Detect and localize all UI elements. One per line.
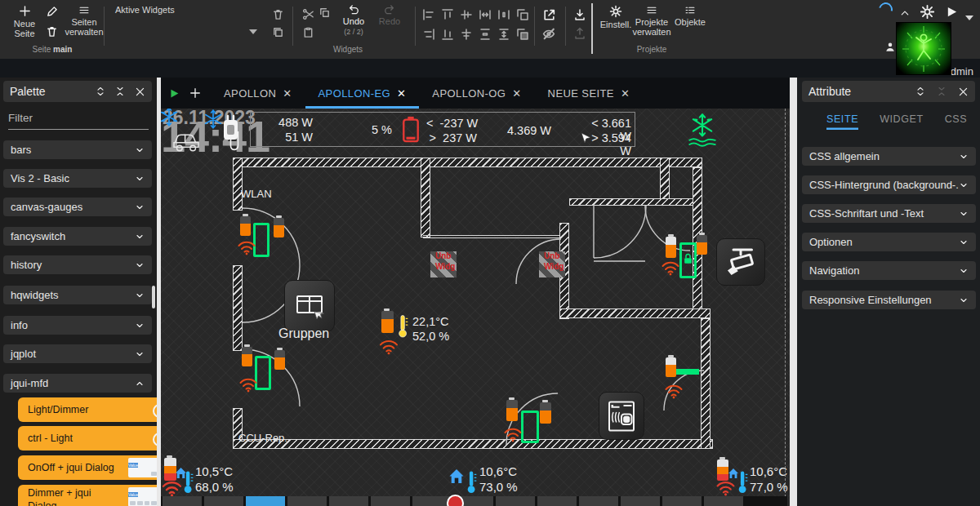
widget-select-caret[interactable] xyxy=(249,23,257,38)
unfold-icon[interactable] xyxy=(96,86,105,97)
user-button[interactable] xyxy=(884,41,896,56)
battery-widget[interactable] xyxy=(506,400,518,421)
close-tab-icon[interactable]: ✕ xyxy=(621,87,630,100)
send-to-back-button[interactable] xyxy=(516,28,529,44)
tab-seite[interactable]: SEITE xyxy=(826,113,858,130)
tab-css[interactable]: CSS xyxy=(945,113,968,130)
bottom-nav-segment[interactable] xyxy=(412,496,452,506)
new-page-button[interactable]: Neue Seite xyxy=(7,5,42,39)
battery-widget[interactable] xyxy=(240,216,251,236)
align-horizontal-center-button[interactable] xyxy=(460,28,473,44)
undo-button[interactable]: Undo (2 / 2) xyxy=(340,3,368,36)
attr-section-css-allgemein[interactable]: CSS allgemein xyxy=(802,147,976,166)
wifi-icon[interactable] xyxy=(664,383,684,399)
battery-widget[interactable] xyxy=(666,237,676,258)
unknown-widget-placeholder[interactable]: UnbWidg xyxy=(539,251,565,277)
collapse-panel-icon[interactable] xyxy=(937,86,947,97)
same-width-button[interactable] xyxy=(479,8,492,24)
view-tab-apollon-og[interactable]: APOLLON-OG✕ xyxy=(419,78,534,109)
close-tab-icon[interactable]: ✕ xyxy=(283,87,292,100)
collapse-toolbar-button[interactable] xyxy=(899,7,911,21)
right-splitter[interactable] xyxy=(790,78,797,506)
open-preview-button[interactable] xyxy=(542,8,556,25)
thermometer-icon[interactable] xyxy=(183,469,194,495)
bottom-nav-segment[interactable] xyxy=(371,496,410,506)
manage-projects-button[interactable]: Projekte verwalten xyxy=(632,5,671,38)
tab-widget[interactable]: WIDGET xyxy=(880,113,924,130)
wifi-icon[interactable] xyxy=(503,426,523,442)
bottom-nav-segment[interactable] xyxy=(704,496,743,506)
dishwasher-button[interactable] xyxy=(599,392,644,440)
palette-scrollbar[interactable] xyxy=(152,286,155,308)
palette-section-canvas-gauges[interactable]: canvas-gauges xyxy=(3,198,152,216)
attr-section-optionen[interactable]: Optionen xyxy=(802,233,976,251)
camera-button[interactable] xyxy=(716,238,765,286)
unknown-widget-placeholder[interactable]: UnbWidg xyxy=(430,251,457,277)
battery-widget[interactable] xyxy=(274,218,284,237)
locked-door-sensor-widget[interactable] xyxy=(679,242,697,278)
wifi-icon[interactable] xyxy=(715,479,736,496)
battery-widget[interactable] xyxy=(717,459,728,481)
redo-button[interactable]: Redo xyxy=(376,3,403,26)
settings-button[interactable]: Einstell. xyxy=(599,5,632,29)
bottom-nav-segment[interactable] xyxy=(579,496,618,506)
view-tab-apollon-eg[interactable]: APOLLON-EG✕ xyxy=(305,78,420,109)
run-options-caret[interactable] xyxy=(965,9,973,24)
window-sensor-bar[interactable] xyxy=(676,369,699,375)
battery-widget[interactable] xyxy=(666,357,676,377)
bottom-nav-segment-active[interactable] xyxy=(246,496,285,506)
collapse-panel-icon[interactable] xyxy=(115,86,125,97)
attr-section-navigation[interactable]: Navigation xyxy=(802,261,976,280)
battery-widget[interactable] xyxy=(274,350,285,370)
bottom-nav-segment[interactable] xyxy=(662,496,702,506)
thermometer-icon[interactable] xyxy=(737,469,748,495)
close-icon[interactable] xyxy=(958,87,969,97)
wifi-icon[interactable] xyxy=(238,376,258,393)
close-tab-icon[interactable]: ✕ xyxy=(397,87,406,100)
widget-item-light-dimmer[interactable]: Light/Dimmer xyxy=(18,397,157,422)
bottom-nav-segment[interactable] xyxy=(537,496,577,506)
bottom-nav-segment[interactable] xyxy=(621,496,660,506)
bottom-nav-segment[interactable] xyxy=(496,496,535,506)
align-left-button[interactable] xyxy=(422,8,435,24)
wifi-icon[interactable] xyxy=(661,260,680,276)
distribute-vertical-button[interactable] xyxy=(479,28,492,44)
wifi-icon[interactable] xyxy=(161,479,183,497)
attr-section-css-hintergrund[interactable]: CSS-Hintergrund (background-...) xyxy=(802,175,976,194)
avatar[interactable] xyxy=(897,23,951,74)
widget-item-ctrl-light[interactable]: ctrl - Light xyxy=(18,426,157,451)
bottom-nav-segment[interactable] xyxy=(204,496,243,506)
battery-widget[interactable] xyxy=(242,347,252,366)
palette-section-jqplot[interactable]: jqplot xyxy=(3,344,152,363)
battery-widget[interactable] xyxy=(697,235,707,255)
import-views-button[interactable] xyxy=(573,8,586,24)
filter-input[interactable]: Filter xyxy=(8,112,149,130)
attr-section-responsive[interactable]: Responsive Einstellungen xyxy=(802,291,976,309)
manage-pages-button[interactable]: Seiten verwalten xyxy=(64,5,105,38)
palette-section-jqui-mfd[interactable]: jqui-mfd xyxy=(3,374,152,393)
palette-section-bars[interactable]: bars xyxy=(3,140,152,159)
bottom-nav-segment[interactable] xyxy=(163,496,202,506)
bottom-nav-segment[interactable] xyxy=(329,496,368,506)
edit-page-button[interactable] xyxy=(46,6,58,21)
bottom-nav-segment[interactable] xyxy=(287,496,327,506)
close-icon[interactable] xyxy=(135,87,145,97)
close-tab-icon[interactable]: ✕ xyxy=(512,87,521,100)
clone-widget-button[interactable] xyxy=(272,26,284,42)
delete-widget-button[interactable] xyxy=(272,8,284,24)
align-bottom-button[interactable] xyxy=(441,28,454,44)
same-height-button[interactable] xyxy=(497,28,510,44)
align-right-button[interactable] xyxy=(422,28,435,44)
objects-button[interactable]: Objekte xyxy=(673,5,707,27)
palette-section-info[interactable]: info xyxy=(3,316,152,335)
attr-section-css-schriftart[interactable]: CSS-Schriftart und -Text xyxy=(802,204,976,223)
cut-button[interactable] xyxy=(302,8,314,24)
run-view-button[interactable] xyxy=(161,78,180,109)
run-project-button[interactable] xyxy=(946,6,958,21)
bring-to-front-button[interactable] xyxy=(516,8,529,24)
view-canvas[interactable]: 26.11.2023 14:41 488 W 51 W 5 % < -237 W… xyxy=(161,109,790,506)
hide-widgets-button[interactable] xyxy=(541,27,556,44)
groups-button[interactable] xyxy=(284,280,335,332)
widget-item-onoff-dialog[interactable]: OnOff + jqui Dialog Value xyxy=(18,455,157,480)
palette-section-vis2basic[interactable]: Vis 2 - Basic xyxy=(3,169,152,188)
